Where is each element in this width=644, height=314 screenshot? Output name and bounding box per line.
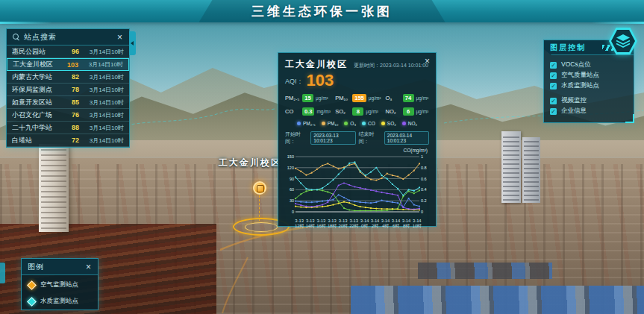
pollutant-item: NO₂6μg/m³ — [386, 107, 430, 116]
station-row[interactable]: 环保局监测点783月14日10时 — [7, 84, 129, 96]
pollutant-chart: 030609012015000.20.40.60.81 3-1312时3-131… — [285, 154, 429, 229]
pollutant-unit: μg/m³ — [416, 95, 429, 101]
pollutant-grid: PM₂.₅15μg/m³PM₁₀155μg/m³O₃74μg/m³CO0.3mg… — [285, 94, 429, 116]
station-panel-title: 站点搜索 — [24, 32, 57, 43]
legend-dot-icon — [297, 122, 301, 125]
station-name: 白塔站 — [12, 136, 63, 145]
panel-collapse-tab[interactable] — [129, 31, 136, 55]
chart-legend-item[interactable]: SO₂ — [381, 121, 396, 126]
air-station-diamond — [27, 280, 37, 290]
marker-leader-line — [259, 195, 260, 221]
chart-legend-item[interactable]: NO₂ — [402, 121, 417, 126]
station-row[interactable]: 工大金川校区1033月14日10时 — [7, 58, 129, 71]
legend-item: 空气监测站点 — [28, 280, 91, 289]
panel-collapse-tab[interactable] — [0, 263, 5, 283]
station-row[interactable]: 白塔站723月14日10时 — [7, 134, 129, 147]
layer-item[interactable]: ✓空气质量站点 — [550, 70, 628, 81]
close-icon[interactable]: × — [86, 263, 92, 271]
warehouse-roofs — [351, 286, 644, 314]
station-aqi-value: 82 — [63, 73, 79, 81]
pollutant-value-badge: 74 — [403, 94, 414, 102]
legend-item: 水质监测站点 — [28, 297, 91, 306]
aqi-row: AQI： 103 — [285, 72, 429, 89]
svg-text:90: 90 — [290, 177, 294, 181]
pollutant-label: PM₁₀ — [335, 95, 350, 101]
pollutant-value-badge: 155 — [352, 94, 366, 102]
pollutant-unit: μg/m³ — [369, 95, 381, 101]
checkbox-checked-icon[interactable]: ✓ — [550, 98, 557, 104]
search-icon[interactable] — [13, 34, 19, 40]
chart-legend: PM₂.₅PM₁₀O₃COSO₂NO₂ — [285, 121, 429, 126]
layer-panel-title: 图层控制 — [550, 43, 586, 53]
station-row[interactable]: 内蒙古大学站823月14日10时 — [7, 71, 129, 84]
chart-canvas: 030609012015000.20.40.60.81 — [285, 154, 429, 215]
x-axis-tick-label: 3-148时 — [402, 219, 411, 229]
chart-legend-item[interactable]: PM₂.₅ — [297, 121, 316, 126]
layers-toggle-button[interactable] — [609, 28, 637, 54]
x-axis-tick-label: 3-1316时 — [316, 219, 325, 229]
highrise-tower — [501, 131, 521, 203]
pollutant-label: PM₂.₅ — [285, 95, 300, 101]
x-axis-tick-label: 3-140时 — [360, 219, 369, 229]
station-aqi-value: 76 — [63, 111, 79, 119]
checkbox-checked-icon[interactable]: ✓ — [550, 62, 557, 69]
layer-item[interactable]: ✓视频监控 — [550, 95, 628, 106]
start-time-input[interactable]: 2023-03-13 10:01:23 — [310, 131, 355, 145]
map-3d-view[interactable]: 工大金川校区 三维生态环保一张图 站点搜索 × 惠民公园站963月14日10时工… — [0, 0, 644, 314]
layer-item[interactable]: ✓水质监测站点 — [550, 81, 628, 91]
station-update-time: 3月14日10时 — [79, 124, 124, 132]
legend-dot-icon — [381, 122, 385, 125]
svg-text:0.6: 0.6 — [421, 177, 427, 181]
end-time-input[interactable]: 2023-03-14 10:01:23 — [384, 131, 429, 145]
aqi-popup-panel: 工大金川校区 更新时间：2023-03-14 10:01:00 × AQI： 1… — [278, 52, 437, 227]
legend-panel-header: 图例 × — [22, 259, 98, 275]
page-title: 三维生态环保一张图 — [0, 3, 644, 20]
svg-text:150: 150 — [287, 154, 294, 159]
legend-panel-title: 图例 — [28, 262, 44, 272]
svg-text:0.4: 0.4 — [421, 187, 427, 192]
station-update-time: 3月14日10时 — [79, 98, 124, 107]
close-icon[interactable]: × — [117, 33, 123, 42]
checkbox-checked-icon[interactable]: ✓ — [550, 72, 557, 79]
station-name: 工大金川校区 — [13, 60, 62, 69]
x-axis-tick-label: 3-1314时 — [306, 219, 315, 229]
station-aqi-value: 72 — [63, 136, 79, 144]
station-marker-icon[interactable] — [253, 181, 266, 195]
station-name: 惠民公园站 — [12, 47, 63, 57]
legend-dot-icon — [402, 122, 406, 125]
station-update-time: 3月14日10时 — [78, 60, 123, 69]
station-update-time: 3月14日10时 — [79, 73, 124, 81]
svg-text:120: 120 — [287, 166, 294, 170]
chart-legend-item[interactable]: PM₁₀ — [322, 121, 339, 126]
layer-item[interactable]: ✓VOCs点位 — [550, 60, 628, 70]
pollutant-item: SO₂8μg/m³ — [335, 107, 385, 116]
station-row[interactable]: 惠民公园站963月14日10时 — [7, 45, 129, 58]
station-name: 小召文化广场 — [12, 110, 63, 120]
x-axis-tick-label: 3-144时 — [381, 219, 390, 229]
pollutant-label: CO — [285, 108, 300, 115]
update-time-label: 更新时间： — [354, 63, 380, 68]
legend-series-name: NO₂ — [408, 121, 417, 126]
pollutant-label: O₃ — [386, 95, 401, 101]
legend-series-name: PM₁₀ — [328, 121, 339, 126]
station-row[interactable]: 二十九中学站883月14日10时 — [7, 122, 129, 134]
layer-item[interactable]: ✓企业信息 — [550, 106, 628, 116]
svg-text:60: 60 — [290, 187, 294, 192]
legend-panel: 图例 × 空气监测站点水质监测站点 — [21, 258, 99, 310]
station-aqi-value: 78 — [63, 86, 79, 93]
legend-item-label: 水质监测站点 — [40, 297, 78, 306]
station-update-time: 3月14日10时 — [79, 86, 124, 94]
close-icon[interactable]: × — [425, 57, 430, 66]
checkbox-checked-icon[interactable]: ✓ — [550, 108, 557, 115]
header-edge-decoration — [592, 22, 644, 24]
x-axis-tick-label: 3-1312时 — [295, 219, 304, 229]
svg-text:0: 0 — [421, 210, 423, 214]
pollutant-value-badge: 0.3 — [302, 107, 314, 116]
legend-series-name: O₃ — [350, 121, 356, 126]
checkbox-checked-icon[interactable]: ✓ — [550, 83, 557, 90]
station-row[interactable]: 小召文化广场763月14日10时 — [7, 109, 129, 122]
station-row[interactable]: 如意开发区站853月14日10时 — [7, 96, 129, 109]
chart-legend-item[interactable]: CO — [362, 121, 375, 126]
layer-item-label: VOCs点位 — [561, 60, 591, 69]
chart-legend-item[interactable]: O₃ — [344, 121, 356, 126]
